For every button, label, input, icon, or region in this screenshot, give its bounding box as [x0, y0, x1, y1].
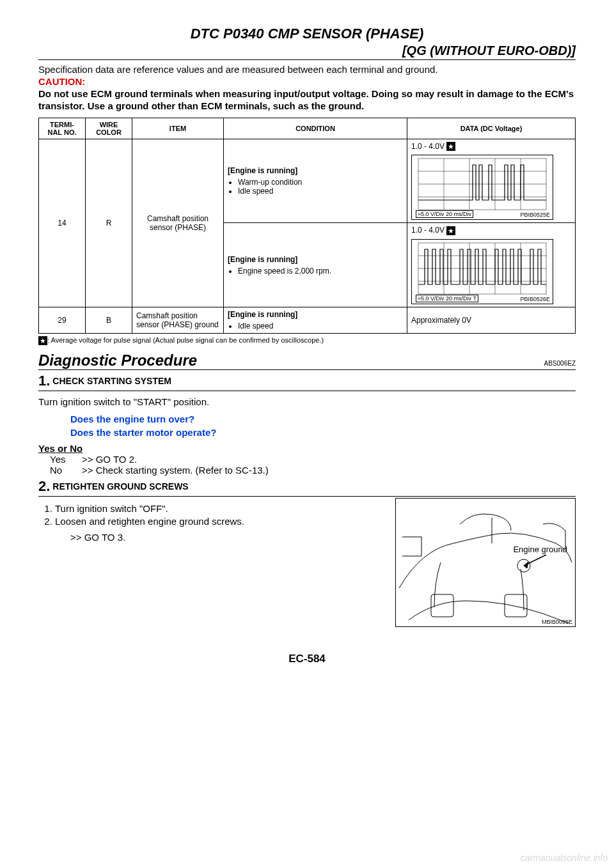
procedure-ref: ABS006EZ: [544, 360, 576, 367]
engine-ground-label: Engine ground: [513, 545, 567, 554]
th-item: ITEM: [132, 118, 224, 139]
cell-terminal: 29: [39, 307, 86, 334]
goto-3: >> GO TO 3.: [70, 532, 382, 543]
cell-condition: [Engine is running] Engine speed is 2,00…: [224, 223, 407, 307]
cell-item: Camshaft position sensor (PHASE) ground: [132, 307, 224, 334]
star-icon: ★: [38, 336, 47, 345]
caution-body: Do not use ECM ground terminals when mea…: [38, 88, 576, 112]
th-condition: CONDITION: [224, 118, 407, 139]
scope-scale: »5.0 V/Div 20 ms/Div T: [416, 295, 478, 302]
page-title: DTC P0340 CMP SENSOR (PHASE): [38, 26, 576, 42]
data-voltage: 1.0 - 4.0V: [411, 142, 445, 151]
cell-data: 1.0 - 4.0V ★: [407, 223, 576, 307]
yes-or-no-heading: Yes or No: [38, 443, 576, 454]
th-wire: WIRE COLOR: [86, 118, 132, 139]
yes-branch: Yes>> GO TO 2.: [50, 454, 576, 465]
scope-ref: PBIB0526E: [520, 296, 550, 302]
engine-ground-figure: Engine ground MBIB0095E: [395, 498, 576, 627]
list-item: Loosen and retighten engine ground screw…: [55, 516, 382, 527]
cell-wire: B: [86, 307, 132, 334]
oscilloscope-figure: »5.0 V/Div 20 ms/Div PBIB0525E: [411, 155, 553, 220]
step-1-heading: 1.CHECK STARTING SYSTEM: [38, 373, 576, 391]
step-2-list: Turn ignition switch "OFF". Loosen and r…: [38, 503, 382, 527]
cond-bullet: Idle speed: [238, 322, 403, 330]
cond-head: [Engine is running]: [228, 255, 297, 264]
cell-item: Camshaft position sensor (PHASE): [132, 139, 224, 307]
page-number: EC-584: [38, 653, 576, 665]
figure-ref: MBIB0095E: [542, 619, 572, 625]
cell-condition: [Engine is running] Warm-up condition Id…: [224, 139, 407, 223]
step-1-question-2: Does the starter motor operate?: [70, 426, 576, 439]
spec-table: TERMI- NAL NO. WIRE COLOR ITEM CONDITION…: [38, 118, 576, 334]
cond-head: [Engine is running]: [228, 310, 297, 319]
step-1-body: Turn ignition switch to "START" position…: [38, 396, 576, 407]
spec-note: Specification data are reference values …: [38, 64, 576, 75]
scope-scale: »5.0 V/Div 20 ms/Div: [416, 210, 473, 218]
star-icon: ★: [446, 226, 455, 235]
list-item: Turn ignition switch "OFF".: [55, 503, 382, 514]
cell-wire: R: [86, 139, 132, 307]
data-voltage: 1.0 - 4.0V: [411, 226, 445, 235]
cell-condition: [Engine is running] Idle speed: [224, 307, 407, 334]
th-terminal: TERMI- NAL NO.: [39, 118, 86, 139]
table-row: 29 B Camshaft position sensor (PHASE) gr…: [39, 307, 576, 334]
th-data: DATA (DC Voltage): [407, 118, 576, 139]
step-1-question-1: Does the engine turn over?: [70, 412, 576, 426]
step-2-heading: 2.RETIGHTEN GROUND SCREWS: [38, 478, 576, 497]
star-icon: ★: [446, 142, 455, 151]
scope-ref: PBIB0525E: [520, 212, 550, 218]
table-row: 14 R Camshaft position sensor (PHASE) [E…: [39, 139, 576, 223]
svg-marker-17: [524, 562, 528, 568]
cell-data: 1.0 - 4.0V ★: [407, 139, 576, 223]
star-footnote: ★: Average voltage for pulse signal (Act…: [38, 336, 576, 345]
cond-bullet: Warm-up condition: [238, 178, 403, 187]
page-subtitle: [QG (WITHOUT EURO-OBD)]: [38, 43, 576, 60]
cond-bullet: Engine speed is 2,000 rpm.: [238, 267, 403, 275]
cond-bullet: Idle speed: [238, 187, 403, 196]
caution-label: CAUTION:: [38, 76, 576, 87]
cell-data: Approximately 0V: [407, 307, 576, 334]
diagnostic-procedure-heading: Diagnostic Procedure ABS006EZ: [38, 352, 576, 370]
cell-terminal: 14: [39, 139, 86, 307]
cond-head: [Engine is running]: [228, 166, 297, 175]
oscilloscope-figure: »5.0 V/Div 20 ms/Div T PBIB0526E: [411, 239, 553, 304]
no-branch: No>> Check starting system. (Refer to SC…: [50, 465, 576, 476]
